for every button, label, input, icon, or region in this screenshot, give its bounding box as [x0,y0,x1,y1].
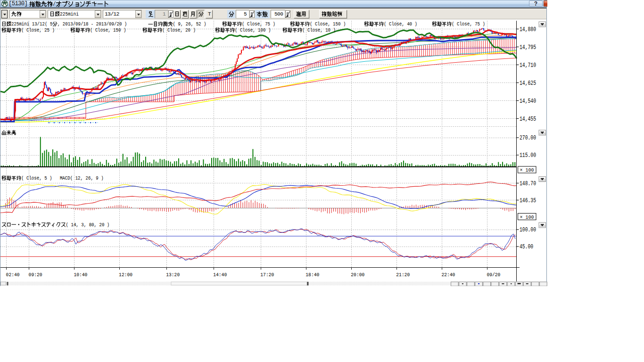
svg-text:10:40: 10:40 [74,272,87,278]
svg-text:14,625: 14,625 [520,80,536,87]
svg-text:146.35: 146.35 [520,197,536,204]
svg-text:( 9, 26, 52 ): ( 9, 26, 52 ) [173,21,206,27]
svg-text:115.00: 115.00 [520,152,536,159]
svg-text:14,795: 14,795 [520,44,536,51]
svg-text:148.70: 148.70 [520,181,536,187]
svg-text:270.00: 270.00 [520,135,536,141]
svg-text:× 100: × 100 [520,214,534,220]
svg-text:09:20: 09:20 [29,272,42,278]
svg-text:14,710: 14,710 [520,62,536,69]
svg-text:12:00: 12:00 [119,272,132,278]
svg-text:( Close, 75 ): ( Close, 75 ) [452,21,485,27]
svg-text:21:20: 21:20 [396,272,410,278]
svg-text:14,455: 14,455 [520,116,536,123]
svg-text:45.00: 45.00 [520,244,533,250]
svg-text:225mini 13/12( 5: 225mini 13/12( 5 [11,21,52,27]
svg-text:14:40: 14:40 [213,272,227,278]
svg-text:( Close, 75 ): ( Close, 75 ) [242,21,275,27]
svg-text:( Close, 40 ): ( Close, 40 ) [384,21,417,27]
svg-text:22:40: 22:40 [441,272,455,278]
svg-text:( Close, 10 ): ( Close, 10 ) [302,27,336,33]
svg-text:13:20: 13:20 [166,272,180,278]
svg-text:17:20: 17:20 [260,272,274,278]
svg-text:( 14, 3, 80, 20 ): ( 14, 3, 80, 20 ) [66,222,110,228]
svg-text:09/20: 09/20 [487,272,500,278]
svg-text:14,540: 14,540 [520,98,536,105]
svg-text:02:40: 02:40 [6,272,20,278]
svg-text:( Close, 100 ): ( Close, 100 ) [235,27,271,33]
svg-text:( Close, 20 ): ( Close, 20 ) [162,27,196,33]
svg-text:20:00: 20:00 [351,272,364,278]
svg-text:( Close, 5 ) MACD( 12, 26, 9: ( Close, 5 ) MACD( 12, 26, 9 ) [21,175,104,181]
svg-text:100.00: 100.00 [520,227,536,233]
svg-text:, 2013/09/18 - 2013/09/20 ): , 2013/09/18 - 2013/09/20 ) [58,21,127,27]
svg-text:18:40: 18:40 [305,272,319,278]
svg-text:( Close, 150 ): ( Close, 150 ) [310,21,346,27]
svg-text:( Close, 150 ): ( Close, 150 ) [90,27,126,33]
svg-text:( Close, 25 ): ( Close, 25 ) [21,27,55,33]
svg-text:14,880: 14,880 [520,26,536,33]
svg-text:× 100: × 100 [520,167,534,173]
